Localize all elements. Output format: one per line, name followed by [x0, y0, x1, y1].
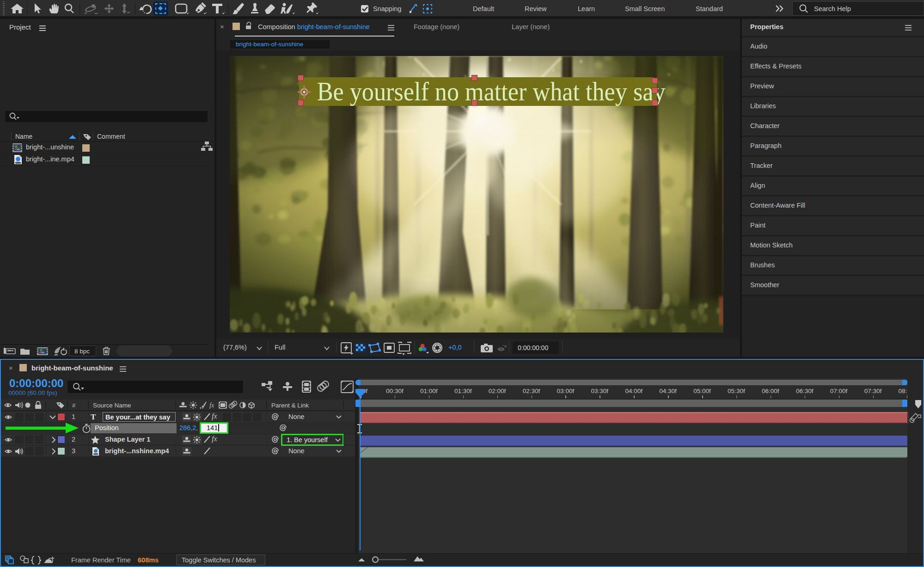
svg-text:Parent & Link: Parent & Link — [271, 402, 309, 409]
svg-text:fx: fx — [209, 402, 214, 409]
svg-text:Source Name: Source Name — [93, 402, 131, 409]
svg-text:#: # — [72, 402, 76, 409]
